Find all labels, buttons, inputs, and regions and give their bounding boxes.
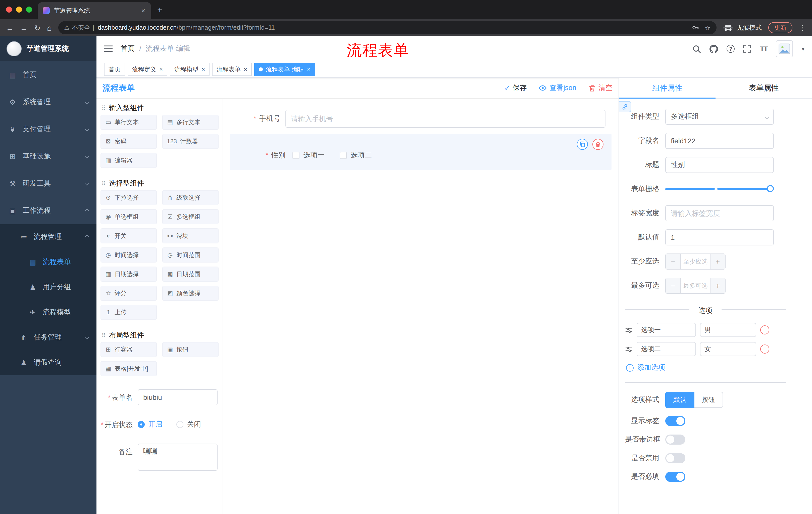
minus-button[interactable]: − [666, 254, 681, 269]
plus-button[interactable]: + [710, 278, 725, 293]
min-stepper-input[interactable] [681, 254, 710, 269]
zoom-window-button[interactable] [26, 6, 32, 12]
option-label-input[interactable] [637, 323, 696, 337]
address-bar[interactable]: ⚠ 不安全 | dashboard.yudao.iocoder.cn/bpm/m… [58, 21, 717, 34]
sidebar-item-workflow[interactable]: ▣工作流程 [0, 197, 96, 224]
minus-button[interactable]: − [666, 278, 681, 293]
sidebar-item-home[interactable]: ▦首页 [0, 61, 96, 88]
switch-required[interactable] [665, 472, 685, 482]
grid-slider[interactable] [665, 188, 770, 190]
forward-icon[interactable]: → [20, 24, 28, 31]
close-icon[interactable]: × [244, 66, 247, 73]
max-stepper-input[interactable] [681, 278, 710, 293]
palette-item-checkbox-group[interactable]: ☑多选框组 [162, 209, 219, 224]
close-icon[interactable]: × [159, 66, 163, 73]
tag-process-model[interactable]: 流程模型× [170, 63, 209, 76]
breadcrumb-home[interactable]: 首页 [121, 44, 135, 53]
fullscreen-icon[interactable] [744, 45, 751, 53]
remove-option-button[interactable]: − [760, 325, 769, 334]
field-phone[interactable]: * 手机号 [230, 107, 611, 131]
field-name-input[interactable] [665, 133, 774, 149]
search-icon[interactable] [693, 45, 701, 53]
bookmark-star-icon[interactable]: ☆ [705, 24, 710, 31]
palette-item-input-text[interactable]: ▭单行文本 [100, 115, 157, 130]
home-icon[interactable]: ⌂ [47, 24, 52, 31]
sidebar-logo[interactable]: 芋道管理系统 [0, 36, 96, 61]
component-type-select[interactable] [665, 109, 774, 125]
tab-close-icon[interactable]: × [140, 6, 146, 15]
save-button[interactable]: ✓ 保存 [504, 83, 527, 92]
switch-disabled[interactable] [665, 453, 685, 463]
avatar[interactable] [776, 40, 793, 57]
palette-item-time-picker[interactable]: ◷时间选择 [100, 247, 157, 263]
copy-field-button[interactable] [577, 139, 588, 150]
sidebar-item-leave-query[interactable]: ♟请假查询 [0, 350, 96, 375]
view-json-button[interactable]: 查看json [539, 83, 576, 92]
remove-option-button[interactable]: − [760, 345, 769, 354]
palette-item-slider[interactable]: ⊶滑块 [162, 228, 219, 243]
checkbox-icon[interactable] [292, 152, 299, 159]
palette-item-counter[interactable]: 123计数器 [162, 134, 219, 149]
close-window-button[interactable] [6, 6, 12, 12]
palette-item-cascader[interactable]: ⋔级联选择 [162, 190, 219, 205]
hamburger-icon[interactable] [104, 45, 113, 52]
browser-tab[interactable]: 芋道管理系统 × [38, 2, 151, 19]
option-value-input[interactable] [700, 323, 756, 337]
sidebar-item-process-mgmt[interactable]: ≔流程管理 [0, 224, 96, 249]
default-value-input[interactable] [665, 229, 774, 245]
reload-icon[interactable]: ↻ [34, 24, 40, 31]
switch-with-border[interactable] [665, 435, 685, 444]
tab-form-props[interactable]: 表单属性 [716, 78, 812, 98]
close-icon[interactable]: × [202, 66, 205, 73]
link-badge[interactable] [619, 101, 631, 112]
sidebar-item-payment[interactable]: ¥支付管理 [0, 116, 96, 143]
palette-item-date-range[interactable]: ▩日期范围 [162, 267, 219, 282]
palette-item-row[interactable]: ⊞行容器 [100, 342, 157, 357]
checkbox-option[interactable]: 选项一 [292, 151, 325, 160]
delete-field-button[interactable] [592, 139, 604, 150]
sidebar-item-task-mgmt[interactable]: ⋔任务管理 [0, 325, 96, 350]
sidebar-item-user-group[interactable]: ♟用户分组 [0, 275, 96, 300]
avatar-caret-icon[interactable]: ▾ [802, 46, 805, 52]
palette-item-time-range[interactable]: ◶时间范围 [162, 247, 219, 263]
palette-item-textarea[interactable]: ▤多行文本 [162, 115, 219, 130]
back-icon[interactable]: ← [6, 24, 13, 31]
phone-input[interactable] [285, 110, 606, 128]
key-icon[interactable] [692, 24, 699, 31]
palette-item-color-picker[interactable]: ◩颜色选择 [162, 286, 219, 301]
form-canvas[interactable]: * 手机号 [223, 99, 618, 514]
sidebar-item-process-form[interactable]: ▤流程表单 [0, 249, 96, 275]
label-width-input[interactable] [665, 205, 774, 221]
palette-item-rate[interactable]: ☆评分 [100, 286, 157, 301]
radio-disabled[interactable]: 关闭 [176, 420, 201, 429]
option-drag-handle[interactable] [625, 326, 633, 334]
tag-process-def[interactable]: 流程定义× [127, 63, 167, 76]
palette-item-switch[interactable]: ◐开关 [100, 228, 157, 243]
form-name-input[interactable] [138, 389, 218, 405]
sidebar-item-system[interactable]: ⚙系统管理 [0, 88, 96, 116]
tag-home[interactable]: 首页 [104, 63, 125, 76]
option-value-input[interactable] [700, 342, 756, 356]
palette-item-password[interactable]: ⊠密码 [100, 134, 157, 149]
update-button[interactable]: 更新 [768, 22, 792, 33]
palette-item-select[interactable]: ⊙下拉选择 [100, 190, 157, 205]
palette-item-upload[interactable]: ↥上传 [100, 305, 157, 320]
palette-item-radio-group[interactable]: ◉单选框组 [100, 209, 157, 224]
title-input[interactable] [665, 157, 774, 173]
palette-item-button[interactable]: ▣按钮 [162, 342, 219, 357]
style-choice-default[interactable]: 默认 [665, 392, 694, 408]
sidebar-item-infra[interactable]: ⊞基础设施 [0, 143, 96, 170]
help-icon[interactable]: ? [727, 45, 735, 53]
plus-button[interactable]: + [710, 254, 725, 269]
tab-component-props[interactable]: 组件属性 [619, 78, 716, 98]
browser-menu-icon[interactable]: ⋮ [799, 24, 806, 32]
style-choice-button[interactable]: 按钮 [694, 392, 723, 408]
option-drag-handle[interactable] [625, 345, 633, 353]
add-option-button[interactable]: + 添加选项 [626, 363, 786, 372]
minimize-window-button[interactable] [16, 6, 22, 12]
tag-process-form-edit[interactable]: 流程表单-编辑× [254, 63, 315, 76]
checkbox-option[interactable]: 选项二 [340, 151, 372, 160]
palette-item-date-picker[interactable]: ▦日期选择 [100, 267, 157, 282]
sidebar-item-devtools[interactable]: ⚒研发工具 [0, 170, 96, 197]
github-icon[interactable] [710, 45, 718, 53]
